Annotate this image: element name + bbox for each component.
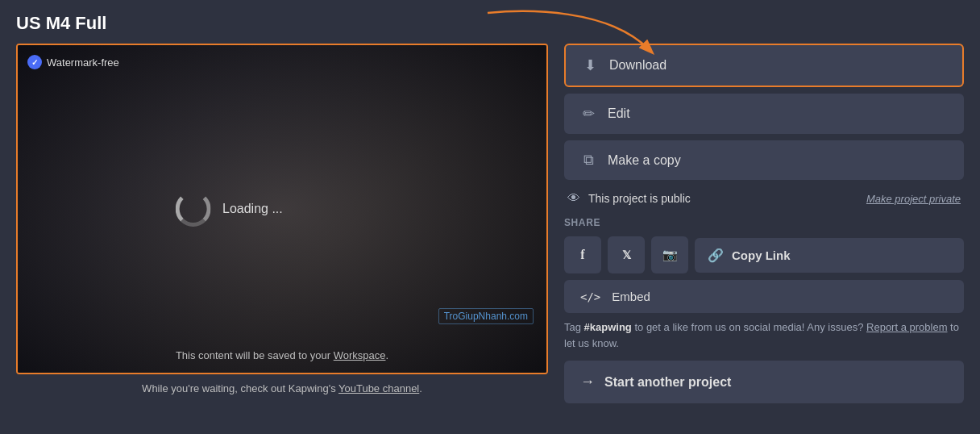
report-problem-link[interactable]: Report a problem <box>866 321 947 333</box>
edit-button[interactable]: ✏ Edit <box>564 94 964 134</box>
share-section: SHARE f 𝕏 📷 🔗 Copy Link <box>564 217 964 273</box>
link-icon: 🔗 <box>708 248 724 263</box>
tag-notice: Tag #kapwing to get a like from us on so… <box>564 319 964 351</box>
download-icon: ⬇ <box>582 56 598 74</box>
share-label: SHARE <box>564 217 964 228</box>
youtube-channel-link[interactable]: YouTube channel <box>338 382 419 394</box>
facebook-button[interactable]: f <box>564 236 601 273</box>
edit-icon: ✏ <box>580 105 596 123</box>
visibility-row: 👁 This project is public Make project pr… <box>564 186 964 211</box>
edit-label: Edit <box>608 106 630 121</box>
loading-spinner <box>176 191 211 227</box>
instagram-button[interactable]: 📷 <box>651 236 688 273</box>
make-copy-button[interactable]: ⧉ Make a copy <box>564 140 964 180</box>
share-buttons-row: f 𝕏 📷 🔗 Copy Link <box>564 236 964 273</box>
video-footer: While you're waiting, check out Kapwing'… <box>16 382 548 394</box>
visibility-text: This project is public <box>588 192 691 205</box>
eye-icon: 👁 <box>567 191 580 206</box>
facebook-icon: f <box>580 248 584 262</box>
video-player: ✓ Watermark-free Loading ... TroGiupNhan… <box>16 44 548 374</box>
page-title: US M4 Full <box>16 13 964 34</box>
tag-kapwing: #kapwing <box>584 321 632 333</box>
download-label: Download <box>609 58 666 73</box>
instagram-icon: 📷 <box>662 248 678 262</box>
trogiup-watermark: TroGiupNhanh.com <box>438 308 534 324</box>
watermark-badge: ✓ Watermark-free <box>27 55 119 69</box>
video-section: ✓ Watermark-free Loading ... TroGiupNhan… <box>16 44 548 421</box>
embed-button[interactable]: </> Embed <box>564 280 964 313</box>
loading-text: Loading ... <box>222 202 283 216</box>
start-another-project-button[interactable]: → Start another project <box>564 361 964 403</box>
save-notice: This content will be saved to your Works… <box>18 349 546 361</box>
watermark-label: Watermark-free <box>47 56 119 69</box>
twitter-button[interactable]: 𝕏 <box>608 236 645 273</box>
workspace-link[interactable]: Workspace <box>334 349 386 361</box>
make-private-link[interactable]: Make project private <box>866 193 961 205</box>
download-button[interactable]: ⬇ Download <box>564 44 964 87</box>
embed-label: Embed <box>612 290 650 303</box>
copy-icon: ⧉ <box>580 152 596 169</box>
loading-indicator: Loading ... <box>176 191 283 227</box>
start-project-label: Start another project <box>604 375 731 390</box>
watermark-icon: ✓ <box>27 55 42 69</box>
twitter-icon: 𝕏 <box>622 248 631 261</box>
embed-icon: </> <box>580 290 600 303</box>
copy-link-button[interactable]: 🔗 Copy Link <box>695 238 964 273</box>
arrow-right-icon: → <box>580 373 595 390</box>
make-copy-label: Make a copy <box>608 153 681 168</box>
copy-link-label: Copy Link <box>732 248 791 262</box>
actions-section: ⬇ Download ✏ Edit ⧉ Make a copy 👁 This p… <box>564 44 964 421</box>
